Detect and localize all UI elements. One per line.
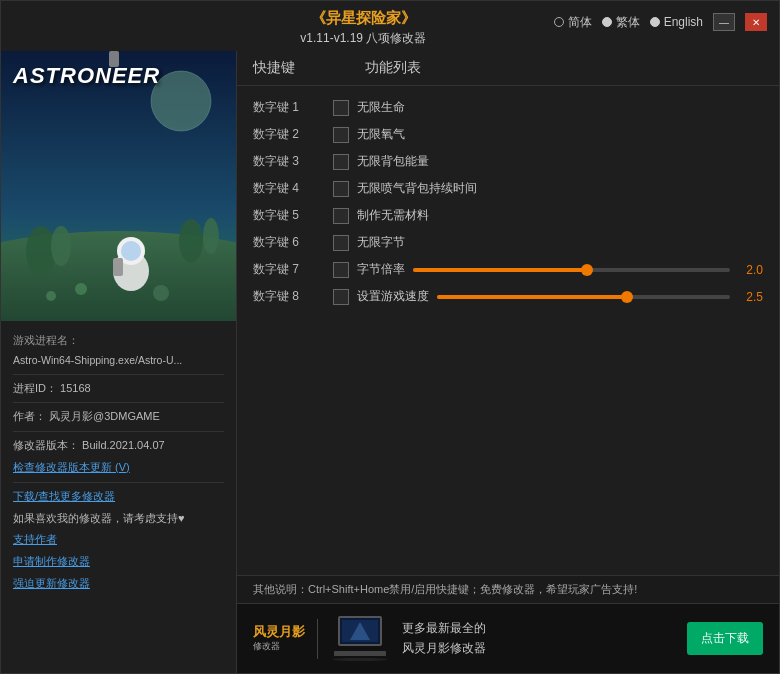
radio-traditional <box>602 17 612 27</box>
game-info: 游戏进程名： Astro-Win64-Shipping.exe/Astro-U.… <box>1 321 236 604</box>
cheat-name-4: 无限喷气背包持续时间 <box>357 180 763 197</box>
slider-thumb-7[interactable] <box>581 264 593 276</box>
ad-download-button[interactable]: 点击下载 <box>687 622 763 655</box>
cheat-row-1: 数字键 1 无限生命 <box>237 94 779 121</box>
cheat-label-8: 设置游戏速度 <box>357 288 429 305</box>
cheat-key-3: 数字键 3 <box>253 153 325 170</box>
laptop-shadow <box>332 658 388 661</box>
cheat-checkbox-3[interactable] <box>333 154 349 170</box>
ad-logo-sub: 修改器 <box>253 640 305 653</box>
cheat-slider-8: 设置游戏速度 2.5 <box>357 288 763 305</box>
cheat-checkbox-7[interactable] <box>333 262 349 278</box>
app-window: 《异星探险家》 v1.11-v1.19 八项修改器 简体 繁体 English … <box>0 0 780 674</box>
lang-traditional[interactable]: 繁体 <box>602 14 640 31</box>
right-panel: 快捷键 功能列表 数字键 1 无限生命 数字键 2 无限氧气 <box>236 51 779 673</box>
cheat-row-5: 数字键 5 制作无需材料 <box>237 202 779 229</box>
download-link[interactable]: 下载/查找更多修改器 <box>13 487 224 507</box>
game-scene-svg <box>1 51 236 321</box>
cheat-checkbox-4[interactable] <box>333 181 349 197</box>
cheat-checkbox-5[interactable] <box>333 208 349 224</box>
ad-text-line1: 更多最新最全的 <box>402 619 675 638</box>
cheat-label-7: 字节倍率 <box>357 261 405 278</box>
ad-text: 更多最新最全的 风灵月影修改器 <box>402 619 675 657</box>
author-row: 作者： 风灵月影@3DMGAME <box>13 407 224 427</box>
svg-point-7 <box>203 218 219 254</box>
pid-row: 进程ID： 15168 <box>13 379 224 399</box>
col-shortcut: 快捷键 <box>253 59 333 77</box>
svg-point-5 <box>51 226 71 266</box>
slider-thumb-8[interactable] <box>621 291 633 303</box>
slider-track-7[interactable] <box>413 268 730 272</box>
radio-english <box>650 17 660 27</box>
support-author-link[interactable]: 支持作者 <box>13 530 224 550</box>
cheat-row-8: 数字键 8 设置游戏速度 2.5 <box>237 283 779 310</box>
bottom-bar: 其他说明：Ctrl+Shift+Home禁用/启用快捷键；免费修改器，希望玩家广… <box>237 575 779 603</box>
cheat-row-4: 数字键 4 无限喷气背包持续时间 <box>237 175 779 202</box>
ad-banner: 风灵月影 修改器 更多 <box>237 603 779 673</box>
version-value: Build.2021.04.07 <box>82 439 165 451</box>
cheat-name-5: 制作无需材料 <box>357 207 763 224</box>
laptop-screen-svg <box>340 618 380 644</box>
process-label: 游戏进程名： <box>13 331 224 351</box>
lang-english[interactable]: English <box>650 15 703 29</box>
left-panel: ASTRONEER 游戏进程名： Astro-Win64-Shipping.ex… <box>1 51 236 673</box>
divider3 <box>13 431 224 432</box>
author-value: 风灵月影@3DMGAME <box>49 410 160 422</box>
author-label: 作者： <box>13 410 46 422</box>
svg-point-10 <box>121 241 141 261</box>
svg-point-13 <box>75 283 87 295</box>
cheat-checkbox-8[interactable] <box>333 289 349 305</box>
ad-divider <box>317 619 318 659</box>
cheat-checkbox-2[interactable] <box>333 127 349 143</box>
cheat-checkbox-1[interactable] <box>333 100 349 116</box>
request-link[interactable]: 申请制作修改器 <box>13 552 224 572</box>
svg-point-14 <box>153 285 169 301</box>
force-update-link[interactable]: 强迫更新修改器 <box>13 574 224 594</box>
title-right: 简体 繁体 English — ✕ <box>554 9 767 31</box>
cheat-key-2: 数字键 2 <box>253 126 325 143</box>
divider2 <box>13 402 224 403</box>
slider-fill-7 <box>413 268 587 272</box>
ad-logo-text: 风灵月影 <box>253 624 305 640</box>
slider-value-7: 2.0 <box>738 263 763 277</box>
table-header: 快捷键 功能列表 <box>237 51 779 86</box>
check-update-link[interactable]: 检查修改器版本更新 (V) <box>13 458 224 478</box>
svg-point-6 <box>179 219 203 263</box>
slider-track-8[interactable] <box>437 295 730 299</box>
cheat-key-4: 数字键 4 <box>253 180 325 197</box>
pid-label: 进程ID： <box>13 382 57 394</box>
ad-graphic <box>330 616 390 661</box>
close-icon: ✕ <box>752 17 760 28</box>
cheat-key-7: 数字键 7 <box>253 261 325 278</box>
lang-simplified-label: 简体 <box>568 14 592 31</box>
cheat-key-8: 数字键 8 <box>253 288 325 305</box>
process-value: Astro-Win64-Shipping.exe/Astro-U... <box>13 351 224 370</box>
cheat-checkbox-6[interactable] <box>333 235 349 251</box>
svg-rect-12 <box>113 258 123 276</box>
svg-point-15 <box>46 291 56 301</box>
minimize-icon: — <box>719 17 729 28</box>
divider4 <box>13 482 224 483</box>
radio-simplified <box>554 17 564 27</box>
close-button[interactable]: ✕ <box>745 13 767 31</box>
main-content: ASTRONEER 游戏进程名： Astro-Win64-Shipping.ex… <box>1 51 779 673</box>
cheat-slider-7: 字节倍率 2.0 <box>357 261 763 278</box>
cheats-list: 数字键 1 无限生命 数字键 2 无限氧气 数字键 3 无限背包能量 <box>237 86 779 575</box>
divider1 <box>13 374 224 375</box>
ad-logo: 风灵月影 修改器 <box>253 624 305 653</box>
process-label-text: 游戏进程名： <box>13 334 79 346</box>
game-image: ASTRONEER <box>1 51 236 321</box>
ad-text-line2: 风灵月影修改器 <box>402 639 675 658</box>
cheat-name-3: 无限背包能量 <box>357 153 763 170</box>
title-center: 《异星探险家》 v1.11-v1.19 八项修改器 <box>173 9 554 47</box>
laptop-screen <box>338 616 382 646</box>
col-function: 功能列表 <box>365 59 763 77</box>
slider-fill-8 <box>437 295 627 299</box>
lang-simplified[interactable]: 简体 <box>554 14 592 31</box>
title-sub: v1.11-v1.19 八项修改器 <box>173 30 554 47</box>
minimize-button[interactable]: — <box>713 13 735 31</box>
cheat-row-6: 数字键 6 无限字节 <box>237 229 779 256</box>
cheat-row-2: 数字键 2 无限氧气 <box>237 121 779 148</box>
game-logo: ASTRONEER <box>13 63 160 89</box>
support-text: 如果喜欢我的修改器，请考虑支持♥ <box>13 509 224 529</box>
